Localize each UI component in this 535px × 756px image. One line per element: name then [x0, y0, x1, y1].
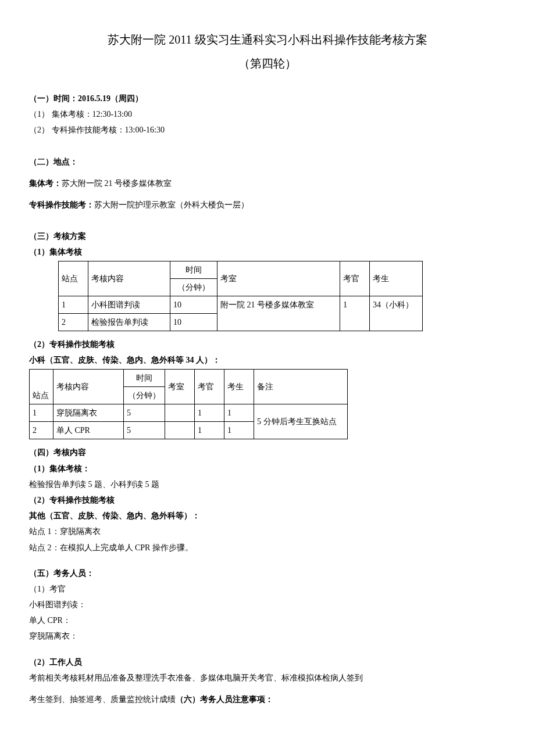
section-4-heading: （四）考核内容: [29, 445, 506, 460]
section-4-sub-2-desc: 其他（五官、皮肤、传染、急内、急外科等）：: [29, 508, 506, 523]
group-exam-location: 苏大附一院 21 号楼多媒体教室: [62, 179, 172, 188]
section-4-sub-2: （2）专科操作技能考核: [29, 493, 506, 507]
section-5-heading: （五）考务人员：: [29, 566, 506, 581]
cell-student: 34（小科）: [370, 296, 423, 331]
section-5-text-5a: 考生签到、抽签巡考、质量监控统计成绩: [29, 695, 176, 704]
cell-content: 穿脱隔离衣: [54, 404, 124, 422]
table-row: 1 小科图谱判读 10 附一院 21 号楼多媒体教室 1 34（小科）: [59, 296, 423, 313]
cell-student: 1: [224, 404, 254, 422]
skill-exam-table: 站点 考核内容 时间 考室 考官 考生 备注 （分钟） 1 穿脱隔离衣 5 1 …: [29, 369, 348, 440]
cell-time: 5: [124, 404, 165, 422]
group-exam-table: 站点 考核内容 时间 考室 考官 考生 （分钟） 1 小科图谱判读 10 附一院…: [58, 261, 423, 332]
cell-station: 1: [30, 404, 54, 422]
header-note: 备注: [254, 369, 348, 404]
section-5-sub-2: （2）工作人员: [29, 655, 506, 669]
cell-content: 检验报告单判读: [88, 314, 170, 331]
section-5-text-2: 单人 CPR：: [29, 613, 506, 628]
cell-student: 1: [224, 422, 254, 439]
table-row: 1 穿脱隔离衣 5 1 1 5 分钟后考生互换站点: [30, 404, 348, 422]
cell-time: 5: [124, 422, 165, 439]
header-time-1: 时间: [124, 369, 165, 386]
cell-time: 10: [170, 314, 217, 331]
header-station: 站点: [59, 261, 88, 296]
document-subtitle: （第四轮）: [29, 53, 506, 74]
table-header-row: 站点 考核内容 时间 考室 考官 考生: [59, 261, 423, 278]
section-4-text-1: 检验报告单判读 5 题、小科判读 5 题: [29, 477, 506, 492]
document-title: 苏大附一院 2011 级实习生通科实习小科出科操作技能考核方案: [29, 29, 506, 50]
section-3-sub-1: （1）集体考核: [29, 245, 506, 259]
cell-examiner: 1: [340, 296, 370, 331]
header-time-2: （分钟）: [124, 386, 165, 404]
header-student: 考生: [370, 261, 423, 296]
section-4-text-2a: 站点 1：穿脱隔离衣: [29, 524, 506, 539]
section-2-line-2: 专科操作技能考：苏大附一院护理示教室（外科大楼负一层）: [29, 198, 506, 212]
section-2-line-1: 集体考：苏大附一院 21 号楼多媒体教室: [29, 176, 506, 191]
header-content: 考核内容: [88, 261, 170, 296]
cell-station: 1: [59, 296, 88, 313]
section-5-text-1: 小科图谱判读：: [29, 597, 506, 612]
section-3-sub-2: （2）专科操作技能考核: [29, 337, 506, 352]
skill-exam-location: 苏大附一院护理示教室（外科大楼负一层）: [94, 200, 249, 209]
cell-room: [165, 422, 195, 439]
header-time-2: （分钟）: [170, 278, 217, 296]
header-room: 考室: [165, 369, 195, 404]
section-1-item-1: （1） 集体考核：12:30-13:00: [29, 107, 506, 121]
cell-room: [165, 404, 195, 422]
section-3-heading: （三）考核方案: [29, 229, 506, 243]
header-student: 考生: [224, 369, 254, 404]
header-examiner: 考官: [195, 369, 224, 404]
cell-note: 5 分钟后考生互换站点: [254, 404, 348, 439]
header-examiner: 考官: [340, 261, 370, 296]
section-1-heading: （一）时间：2016.5.19（周四）: [29, 91, 506, 106]
table-header-row: 站点 考核内容 时间 考室 考官 考生 备注: [30, 369, 348, 386]
cell-examiner: 1: [195, 422, 224, 439]
section-5-text-3: 穿脱隔离衣：: [29, 629, 506, 643]
header-room: 考室: [217, 261, 340, 296]
section-4-sub-1: （1）集体考核：: [29, 461, 506, 476]
header-time-1: 时间: [170, 261, 217, 278]
skill-exam-label: 专科操作技能考：: [29, 200, 94, 209]
section-3-sub-2-desc: 小科（五官、皮肤、传染、急内、急外科等 34 人）：: [29, 353, 506, 367]
section-5-sub-1: （1）考官: [29, 582, 506, 596]
group-exam-label: 集体考：: [29, 179, 62, 188]
section-1-item-2: （2） 专科操作技能考核：13:00-16:30: [29, 123, 506, 137]
section-5-text-5: 考生签到、抽签巡考、质量监控统计成绩（六）考务人员注意事项：: [29, 692, 506, 707]
cell-station: 2: [59, 314, 88, 331]
header-content: 考核内容: [54, 369, 124, 404]
cell-room: 附一院 21 号楼多媒体教室: [217, 296, 340, 331]
header-station: 站点: [30, 369, 54, 404]
section-6-heading: （六）考务人员注意事项：: [176, 695, 273, 704]
cell-content: 小科图谱判读: [88, 296, 170, 313]
section-4-text-2b: 站点 2：在模拟人上完成单人 CPR 操作步骤。: [29, 540, 506, 555]
section-2-heading: （二）地点：: [29, 155, 506, 169]
section-5-text-4: 考前相关考核耗材用品准备及整理洗手衣准备、多媒体电脑开关考官、标准模拟体检病人签…: [29, 671, 506, 685]
cell-content: 单人 CPR: [54, 422, 124, 439]
cell-station: 2: [30, 422, 54, 439]
cell-time: 10: [170, 296, 217, 313]
cell-examiner: 1: [195, 404, 224, 422]
